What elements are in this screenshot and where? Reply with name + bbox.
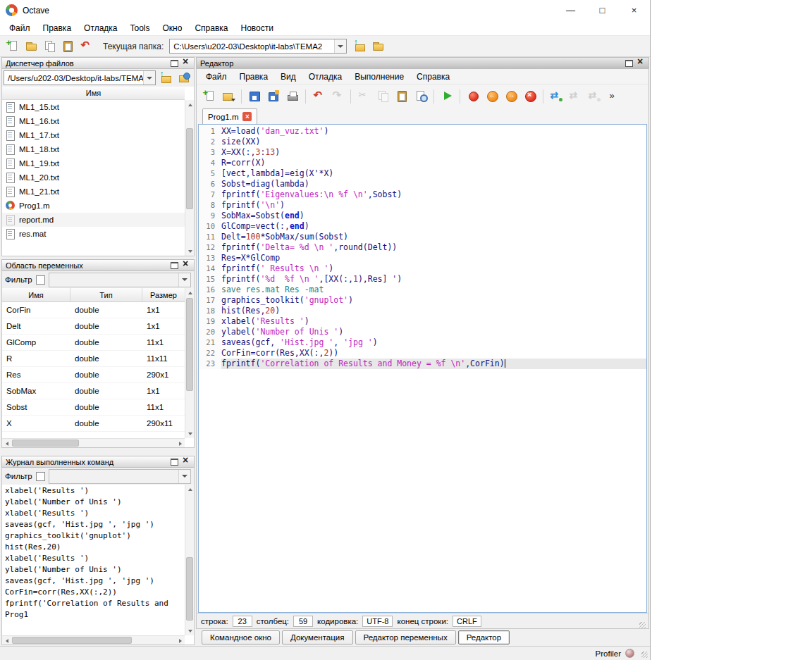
scroll-up-icon[interactable] bbox=[185, 288, 195, 297]
new-script-icon[interactable] bbox=[4, 38, 21, 55]
editor-menu-item-0[interactable]: Файл bbox=[199, 70, 233, 83]
history-entry[interactable]: ylabel('Number of Unis ') bbox=[2, 497, 185, 508]
scrollbar-thumb[interactable] bbox=[186, 557, 193, 621]
history-filter-combo[interactable] bbox=[49, 469, 191, 484]
current-folder-combo[interactable]: C:\Users\u202-03\Desktop\it-labs\TEMA2 bbox=[169, 39, 347, 54]
code-line[interactable]: 5[vect,lambda]=eig(X'*X) bbox=[199, 168, 646, 179]
folder-up-icon[interactable] bbox=[351, 38, 368, 55]
code-line[interactable]: 15fprintf('%d %f \n ',[XX(:,1),Res] ') bbox=[199, 274, 646, 285]
previous-breakpoint-icon[interactable] bbox=[586, 88, 603, 105]
maximize-button[interactable]: □ bbox=[586, 0, 618, 20]
code-line[interactable]: 3X=XX(:,3:13) bbox=[199, 147, 646, 158]
code-line[interactable]: 7fprintf('Eigenvalues:\n %f \n',Sobst) bbox=[199, 189, 646, 200]
filter-dropdown-button[interactable] bbox=[178, 273, 190, 287]
file-browser-column-header[interactable]: Имя bbox=[2, 87, 185, 100]
code-line[interactable]: 21saveas(gcf, 'Hist.jpg ', 'jpg ') bbox=[199, 337, 646, 348]
bottom-tab-3[interactable]: Редактор bbox=[458, 630, 510, 645]
workspace-filter-combo[interactable] bbox=[49, 273, 191, 287]
code-line[interactable]: 13Res=X*GlComp bbox=[199, 253, 646, 263]
code-line[interactable]: 19xlabel('Results ') bbox=[199, 316, 646, 327]
file-browser-vscrollbar[interactable] bbox=[185, 100, 194, 256]
editor-menu-item-4[interactable]: Выполнение bbox=[348, 70, 410, 83]
new-script-icon[interactable] bbox=[201, 88, 218, 105]
toggle-breakpoint-icon[interactable] bbox=[548, 88, 565, 105]
bottom-tab-0[interactable]: Командное окно bbox=[202, 630, 280, 645]
scroll-up-icon[interactable] bbox=[185, 485, 195, 494]
code-line[interactable]: 4R=corr(X) bbox=[199, 158, 646, 168]
menubar-item-6[interactable]: Новости bbox=[234, 22, 279, 35]
bottom-tab-2[interactable]: Редактор переменных bbox=[355, 630, 456, 645]
history-entry[interactable]: fprintf('Correlation of Results and bbox=[2, 598, 185, 609]
history-entry[interactable]: saveas(gcf, 'Hist.jpg ', 'jpg ') bbox=[2, 575, 185, 587]
workspace-column-header[interactable]: Размер bbox=[142, 288, 185, 301]
menubar-item-0[interactable]: Файл bbox=[3, 22, 37, 35]
print-icon[interactable] bbox=[284, 88, 301, 105]
file-row[interactable]: ML1_16.txt bbox=[2, 114, 194, 128]
copy-icon[interactable] bbox=[41, 38, 58, 55]
toolbar-overflow-icon[interactable] bbox=[605, 88, 622, 105]
menubar-item-5[interactable]: Справка bbox=[188, 22, 234, 35]
file-row[interactable]: res.mat bbox=[2, 227, 194, 241]
code-line[interactable]: 12fprintf('Delta= %d \n ',round(Delt)) bbox=[199, 242, 646, 253]
step-back-icon[interactable] bbox=[484, 88, 500, 105]
workspace-column-header[interactable]: Имя bbox=[2, 288, 70, 301]
code-line[interactable]: 20ylabel('Number of Unis ') bbox=[199, 327, 646, 337]
current-folder-dropdown-button[interactable] bbox=[334, 39, 346, 53]
workspace-row[interactable]: GlCompdouble11x1 bbox=[2, 335, 185, 351]
save-icon[interactable] bbox=[246, 88, 263, 105]
menubar-item-2[interactable]: Отладка bbox=[78, 22, 123, 35]
code-line[interactable]: 11Delt=100*SobMax/sum(Sobst) bbox=[199, 232, 646, 242]
history-entry[interactable]: xlabel('Results ') bbox=[2, 508, 185, 519]
editor-menu-item-5[interactable]: Справка bbox=[410, 70, 456, 83]
file-row[interactable]: report.md bbox=[2, 213, 194, 227]
code-line[interactable]: 1XX=load('dan_vuz.txt') bbox=[199, 126, 646, 137]
filter-dropdown-button[interactable] bbox=[178, 470, 190, 483]
history-entry[interactable]: hist(Res,20) bbox=[2, 542, 185, 553]
scrollbar-thumb[interactable] bbox=[12, 440, 79, 447]
bottom-tab-1[interactable]: Документация bbox=[282, 630, 353, 645]
scrollbar-thumb[interactable] bbox=[12, 637, 132, 644]
code-line[interactable]: 6Sobst=diag(lambda) bbox=[199, 179, 646, 189]
find-icon[interactable] bbox=[412, 88, 429, 105]
code-line[interactable]: 22CorFin=corr(Res,XX(:,2)) bbox=[199, 348, 646, 359]
code-line[interactable]: 23fprintf('Correlation of Results and Mo… bbox=[199, 359, 646, 369]
minimize-button[interactable]: — bbox=[555, 0, 586, 20]
code-line[interactable]: 14fprintf(' Results \n ') bbox=[199, 263, 646, 274]
workspace-column-header[interactable]: Тип bbox=[70, 288, 142, 301]
history-entry[interactable]: xlabel('Results ') bbox=[2, 553, 185, 564]
history-entry[interactable]: Prog1 bbox=[2, 609, 185, 621]
scroll-down-icon[interactable] bbox=[185, 429, 195, 438]
workspace-row[interactable]: Sobstdouble11x1 bbox=[2, 399, 185, 416]
scroll-right-icon[interactable] bbox=[176, 636, 185, 645]
cut-icon[interactable] bbox=[355, 88, 372, 105]
undock-button[interactable] bbox=[168, 260, 180, 270]
close-panel-button[interactable] bbox=[180, 260, 192, 270]
workspace-row[interactable]: SobMaxdouble1x1 bbox=[2, 383, 185, 399]
menubar-item-4[interactable]: Окно bbox=[156, 22, 189, 35]
code-line[interactable]: 10GlComp=vect(:,end) bbox=[199, 221, 646, 232]
history-vscrollbar[interactable] bbox=[185, 485, 194, 635]
resize-grip-icon[interactable] bbox=[639, 622, 646, 628]
workspace-hscrollbar[interactable] bbox=[2, 438, 185, 447]
file-row[interactable]: ML1_20.txt bbox=[2, 170, 194, 185]
history-entry[interactable]: CorFin=corr(Res,XX(:,2)) bbox=[2, 587, 185, 598]
code-line[interactable]: 16save res.mat Res -mat bbox=[199, 285, 646, 295]
code-line[interactable]: 17graphics_toolkit('gnuplot') bbox=[199, 295, 646, 306]
step-forward-icon[interactable] bbox=[503, 88, 519, 105]
menubar-item-1[interactable]: Правка bbox=[37, 22, 78, 35]
scroll-right-icon[interactable] bbox=[176, 439, 185, 448]
filter-checkbox[interactable] bbox=[36, 275, 45, 285]
editor-menu-item-3[interactable]: Отладка bbox=[302, 70, 348, 83]
scroll-down-icon[interactable] bbox=[185, 247, 195, 256]
close-panel-button[interactable] bbox=[180, 456, 192, 467]
close-panel-button[interactable] bbox=[635, 58, 647, 68]
file-browser-path-combo[interactable]: /Users/u202-03/Desktop/it-labs/TEMA2 bbox=[4, 70, 156, 85]
workspace-row[interactable]: CorFindouble1x1 bbox=[2, 302, 185, 318]
history-entry[interactable]: graphics_toolkit('gnuplot') bbox=[2, 530, 185, 542]
folder-up-icon[interactable] bbox=[157, 70, 174, 87]
record-icon[interactable] bbox=[465, 88, 481, 105]
open-file-icon[interactable] bbox=[23, 38, 39, 55]
redo-icon[interactable] bbox=[329, 88, 346, 105]
paste-icon[interactable] bbox=[59, 38, 76, 55]
code-line[interactable]: 8fprintf('\n') bbox=[199, 200, 646, 211]
